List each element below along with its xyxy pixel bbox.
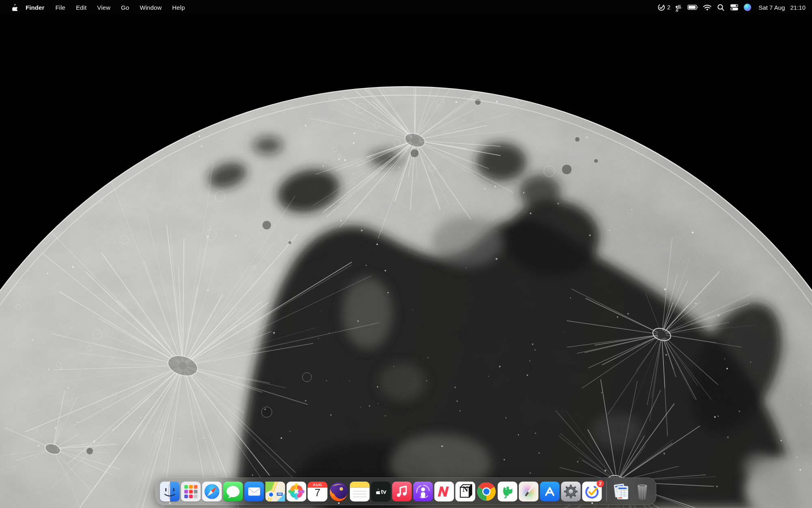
trash-icon xyxy=(633,482,652,501)
evernote-icon xyxy=(498,482,518,501)
dock-item-news[interactable] xyxy=(434,482,454,501)
dock-item-maps[interactable]: 280 xyxy=(266,482,285,501)
search-icon xyxy=(717,4,725,11)
menu-file[interactable]: File xyxy=(50,4,71,11)
music-icon xyxy=(392,482,412,501)
dock-item-podcasts[interactable] xyxy=(413,482,433,501)
menu-view[interactable]: View xyxy=(92,4,116,11)
news-icon xyxy=(434,482,454,501)
notion-letter: N xyxy=(456,485,475,494)
dock-item-safari[interactable] xyxy=(202,482,222,501)
dock: 280 AUG 7 xyxy=(156,478,657,505)
safari-icon xyxy=(202,482,222,501)
wifi-status-item[interactable] xyxy=(702,2,712,12)
photos-icon xyxy=(287,482,307,501)
maps-route-shield: 280 xyxy=(276,492,283,496)
dock-item-system-settings[interactable] xyxy=(561,482,581,501)
dock-item-chrome[interactable] xyxy=(477,482,497,501)
messages-icon xyxy=(223,482,243,501)
notification-badge: 2 xyxy=(597,480,604,487)
menu-bar: Finder File Edit View Go Window Help 2 xyxy=(0,0,812,15)
chrome-icon xyxy=(477,482,497,501)
dock-item-notes[interactable] xyxy=(350,482,370,501)
apple-tv-label: tv xyxy=(371,482,391,501)
finder-icon xyxy=(160,482,180,501)
control-center-icon xyxy=(730,3,739,11)
apple-icon xyxy=(375,488,380,494)
mail-icon xyxy=(244,482,264,501)
documents-icon xyxy=(611,482,631,501)
siri-icon xyxy=(744,4,751,11)
apple-menu[interactable] xyxy=(8,4,20,11)
dock-separator xyxy=(607,481,607,501)
pixelmator-icon xyxy=(519,482,539,501)
dock-item-ticktick[interactable]: 2 xyxy=(582,482,602,501)
app-store-icon xyxy=(540,482,560,501)
calendar-day: 7 xyxy=(315,486,320,499)
dock-item-app-store[interactable] xyxy=(540,482,560,501)
dock-item-firefox[interactable] xyxy=(329,482,349,501)
battery-status-item[interactable] xyxy=(687,2,699,12)
dock-item-documents-stack[interactable] xyxy=(611,482,631,501)
system-settings-icon xyxy=(561,482,581,501)
menubar-date: Sat 7 Aug xyxy=(758,4,785,11)
menubar-clock[interactable]: Sat 7 Aug 21:10 xyxy=(758,4,806,11)
maps-icon xyxy=(266,482,285,501)
dock-item-launchpad[interactable] xyxy=(181,482,201,501)
siri-status-item[interactable] xyxy=(743,2,752,12)
notes-icon xyxy=(350,482,370,501)
calendar-icon: AUG 7 xyxy=(308,482,328,501)
menu-go[interactable]: Go xyxy=(116,4,134,11)
menu-edit[interactable]: Edit xyxy=(71,4,92,11)
dock-item-music[interactable] xyxy=(392,482,412,501)
apple-icon xyxy=(11,4,17,11)
ticktick-menubar-item[interactable]: 2 xyxy=(657,2,670,12)
menu-help[interactable]: Help xyxy=(167,4,190,11)
dock-item-calendar[interactable]: AUG 7 xyxy=(308,482,328,501)
dock-item-mail[interactable] xyxy=(244,482,264,501)
podcasts-icon xyxy=(413,482,433,501)
control-center-status-item[interactable] xyxy=(729,2,739,12)
dock-item-apple-tv[interactable]: tv xyxy=(371,482,391,501)
dock-item-notion[interactable]: N xyxy=(456,482,475,501)
check-circle-icon xyxy=(657,3,665,11)
firefox-icon xyxy=(329,482,349,501)
dock-item-photos[interactable] xyxy=(287,482,307,501)
dock-item-messages[interactable] xyxy=(223,482,243,501)
running-indicator xyxy=(169,502,171,504)
battery-icon xyxy=(687,4,699,10)
menubar-time: 21:10 xyxy=(790,4,806,11)
dock-item-finder[interactable] xyxy=(160,482,180,501)
menu-finder[interactable]: Finder xyxy=(20,4,50,11)
dock-item-evernote[interactable] xyxy=(498,482,518,501)
launchpad-icon xyxy=(181,482,201,501)
hatched-flag-status-item[interactable] xyxy=(674,2,684,12)
dock-item-trash[interactable] xyxy=(633,482,652,501)
moon-wallpaper xyxy=(0,0,812,508)
running-indicator xyxy=(591,502,593,504)
ticktick-count: 2 xyxy=(667,4,670,11)
running-indicator xyxy=(338,502,339,504)
dock-item-pixelmator[interactable] xyxy=(519,482,539,501)
menu-window[interactable]: Window xyxy=(134,4,167,11)
hatched-flag-icon xyxy=(674,3,683,12)
wifi-icon xyxy=(703,4,712,11)
spotlight-status-item[interactable] xyxy=(716,2,726,12)
